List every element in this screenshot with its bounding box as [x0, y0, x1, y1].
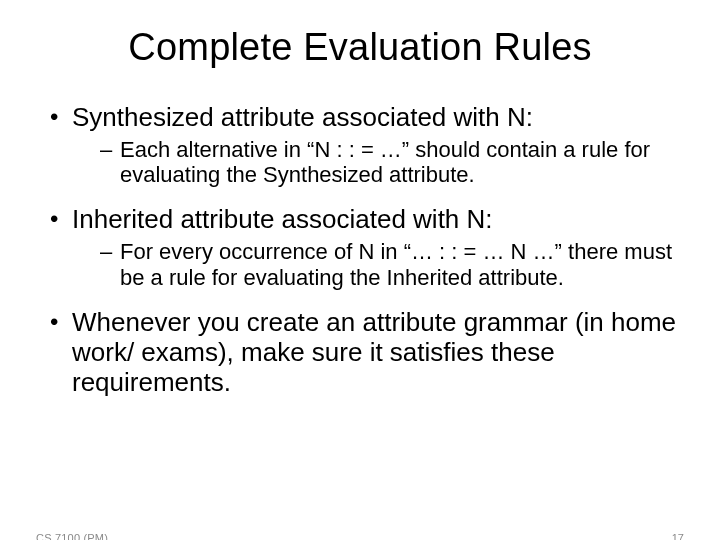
slide-body: Synthesized attribute associated with N:… — [0, 103, 720, 398]
bullet-text: Inherited attribute associated with N: — [72, 204, 493, 234]
slide-number: 17 — [672, 532, 684, 540]
sub-bullet-text: Each alternative in “N : : = …” should c… — [120, 137, 650, 187]
bullet-item: Inherited attribute associated with N: F… — [46, 205, 686, 289]
slide: Complete Evaluation Rules Synthesized at… — [0, 26, 720, 540]
sub-bullet-list: For every occurrence of N in “… : : = … … — [72, 239, 686, 290]
sub-bullet-text: For every occurrence of N in “… : : = … … — [120, 239, 672, 289]
slide-title: Complete Evaluation Rules — [0, 26, 720, 69]
sub-bullet-list: Each alternative in “N : : = …” should c… — [72, 137, 686, 188]
bullet-text: Synthesized attribute associated with N: — [72, 102, 533, 132]
bullet-item: Synthesized attribute associated with N:… — [46, 103, 686, 187]
bullet-item: Whenever you create an attribute grammar… — [46, 308, 686, 398]
bullet-list: Synthesized attribute associated with N:… — [46, 103, 686, 398]
footer-course-code: CS 7100 (PM) — [36, 532, 108, 540]
sub-bullet-item: Each alternative in “N : : = …” should c… — [100, 137, 686, 188]
sub-bullet-item: For every occurrence of N in “… : : = … … — [100, 239, 686, 290]
bullet-text: Whenever you create an attribute grammar… — [72, 307, 676, 397]
